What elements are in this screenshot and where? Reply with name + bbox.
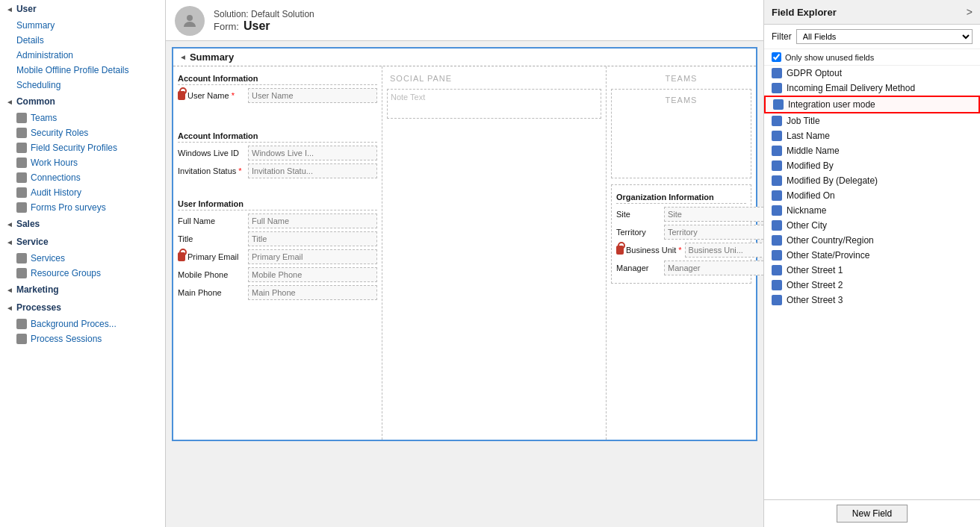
fe-filter-select[interactable]: All Fields Unused Fields Required Fields <box>796 29 973 44</box>
fe-title: Field Explorer <box>772 7 837 18</box>
fe-item-other-city[interactable]: Other City <box>764 218 980 233</box>
sidebar-item-audit-history[interactable]: Audit History <box>0 185 165 200</box>
fe-item-integration-label: Integration user mode <box>788 99 875 110</box>
social-pane-area: Note Text <box>387 89 601 119</box>
required-star-business-unit: * <box>678 246 681 255</box>
field-business-unit-input[interactable] <box>685 243 763 258</box>
header-icon <box>175 6 205 36</box>
field-username: User Name * <box>178 88 377 103</box>
social-pane-label: SOCIAL PANE <box>387 71 601 86</box>
teams-icon <box>16 113 27 123</box>
fe-item-modified-on-icon <box>772 190 782 201</box>
field-territory-input[interactable] <box>664 225 763 240</box>
fe-item-incoming-email[interactable]: Incoming Email Delivery Method <box>764 81 980 96</box>
field-manager-label: Manager <box>616 264 661 272</box>
fe-unused-checkbox[interactable] <box>772 52 781 62</box>
sidebar-item-summary[interactable]: Summary <box>0 18 165 33</box>
fe-item-modified-by-delegate[interactable]: Modified By (Delegate) <box>764 173 980 188</box>
fe-item-middle-name-icon <box>772 146 782 156</box>
fe-item-job-title[interactable]: Job Title <box>764 113 980 128</box>
sidebar-item-process-sessions[interactable]: Process Sessions <box>0 331 165 346</box>
sidebar-section-processes[interactable]: ◄ Processes <box>0 299 165 316</box>
lock-icon-email <box>178 252 185 261</box>
fe-item-last-name[interactable]: Last Name <box>764 128 980 143</box>
fe-checkbox-row: Only show unused fields <box>764 49 980 66</box>
fe-item-other-street1-label: Other Street 1 <box>787 265 843 275</box>
field-business-unit: Business Unit * <box>616 243 746 258</box>
sidebar-item-administration-label: Administration <box>16 50 73 60</box>
sidebar-item-services[interactable]: Services <box>0 251 165 266</box>
fe-item-other-city-icon <box>772 220 782 231</box>
sidebar-section-sales[interactable]: ◄ Sales <box>0 215 165 233</box>
fe-item-integration-user-mode[interactable]: Integration user mode <box>764 96 980 113</box>
fe-item-other-street1[interactable]: Other Street 1 <box>764 263 980 278</box>
sidebar-section-service-label: Service <box>16 237 49 247</box>
sidebar-item-security-roles[interactable]: Security Roles <box>0 125 165 140</box>
field-primary-email: Primary Email <box>178 249 377 264</box>
field-username-input[interactable] <box>248 88 377 103</box>
field-title-label: Title <box>178 234 245 243</box>
sidebar-item-security-roles-label: Security Roles <box>31 128 88 138</box>
sidebar-section-user-arrow: ◄ <box>6 5 13 13</box>
resource-groups-icon <box>16 268 27 278</box>
fe-item-other-country[interactable]: Other Country/Region <box>764 233 980 248</box>
field-manager: Manager <box>616 261 746 275</box>
fe-item-other-street3-icon <box>772 295 782 305</box>
fe-item-other-street3[interactable]: Other Street 3 <box>764 293 980 308</box>
sidebar-item-connections-label: Connections <box>31 172 81 183</box>
section-title-bar: ◄ Summary <box>173 49 756 66</box>
sidebar-section-marketing-label: Marketing <box>16 284 59 295</box>
sidebar-item-administration[interactable]: Administration <box>0 48 165 63</box>
fe-item-gdpr[interactable]: GDPR Optout <box>764 66 980 81</box>
sidebar-item-scheduling[interactable]: Scheduling <box>0 78 165 93</box>
sidebar-item-work-hours[interactable]: Work Hours <box>0 155 165 170</box>
fe-expand-icon[interactable]: > <box>967 6 973 18</box>
sidebar-section-common[interactable]: ◄ Common <box>0 93 165 110</box>
fe-item-middle-name-label: Middle Name <box>787 146 840 156</box>
fe-item-other-state[interactable]: Other State/Province <box>764 248 980 263</box>
field-main-phone-input[interactable] <box>248 285 377 300</box>
field-fullname-input[interactable] <box>248 213 377 228</box>
fe-item-modified-by[interactable]: Modified By <box>764 158 980 173</box>
sidebar-item-resource-groups-label: Resource Groups <box>31 268 101 278</box>
lock-icon-username <box>178 91 185 100</box>
sidebar-item-mobile-offline[interactable]: Mobile Offline Profile Details <box>0 63 165 78</box>
field-title-input[interactable] <box>248 231 377 246</box>
sidebar-section-common-label: Common <box>16 96 55 107</box>
fe-item-modified-on-label: Modified On <box>787 190 835 201</box>
work-hours-icon <box>16 158 27 168</box>
new-field-button[interactable]: New Field <box>837 505 908 523</box>
sidebar-section-service[interactable]: ◄ Service <box>0 233 165 251</box>
spacer2 <box>178 181 377 196</box>
field-territory-label: Territory <box>616 228 661 237</box>
sidebar-item-connections[interactable]: Connections <box>0 170 165 185</box>
field-fullname: Full Name <box>178 213 377 228</box>
sidebar-item-details[interactable]: Details <box>0 33 165 48</box>
sidebar-item-teams[interactable]: Teams <box>0 110 165 125</box>
sidebar-section-user[interactable]: ◄ User <box>0 0 165 18</box>
field-manager-input[interactable] <box>664 261 763 275</box>
field-site-input[interactable] <box>664 207 763 222</box>
sidebar-item-resource-groups[interactable]: Resource Groups <box>0 266 165 281</box>
field-windows-live-input[interactable] <box>248 146 377 160</box>
fe-item-other-street2[interactable]: Other Street 2 <box>764 278 980 293</box>
fe-item-last-name-label: Last Name <box>787 131 830 141</box>
audit-history-icon <box>16 187 27 198</box>
sidebar-item-forms-pro[interactable]: Forms Pro surveys <box>0 200 165 215</box>
fe-item-middle-name[interactable]: Middle Name <box>764 143 980 158</box>
fe-unused-label: Only show unused fields <box>785 53 874 62</box>
sidebar-section-marketing[interactable]: ◄ Marketing <box>0 281 165 299</box>
fe-item-job-title-label: Job Title <box>787 116 820 126</box>
fe-item-nickname[interactable]: Nickname <box>764 203 980 218</box>
fe-item-modified-on[interactable]: Modified On <box>764 188 980 203</box>
fe-item-modified-by-label: Modified By <box>787 160 834 171</box>
services-icon <box>16 253 27 264</box>
sidebar-item-audit-history-label: Audit History <box>31 187 81 198</box>
field-invitation-input[interactable] <box>248 163 377 178</box>
field-mobile-phone: Mobile Phone <box>178 267 377 282</box>
sidebar-item-background-proc[interactable]: Background Proces... <box>0 316 165 331</box>
header: Solution: Default Solution Form: User <box>166 0 763 41</box>
field-primary-email-input[interactable] <box>248 249 377 264</box>
field-mobile-phone-input[interactable] <box>248 267 377 282</box>
sidebar-item-field-security[interactable]: Field Security Profiles <box>0 140 165 155</box>
